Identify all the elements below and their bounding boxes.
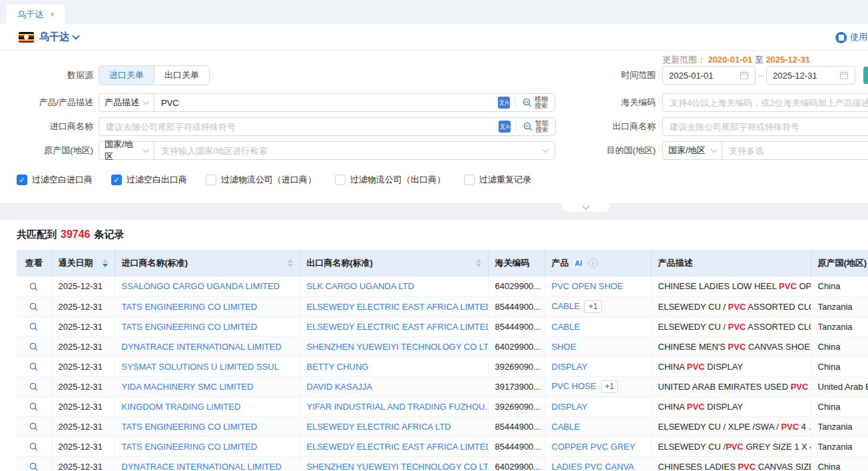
tab-uganda[interactable]: 乌干达 × xyxy=(7,5,65,24)
importer-link[interactable]: DYNATRACE INTERNATIONAL LIMITED xyxy=(122,462,282,471)
origin-type-select[interactable]: 国家/地区 xyxy=(99,141,154,160)
product-link[interactable]: COPPER PVC GREY xyxy=(552,442,636,452)
more-products-badge[interactable]: +1 xyxy=(584,300,602,313)
product-link[interactable]: CABLE xyxy=(552,422,580,432)
importer-link[interactable]: TATS ENGINEERING CO LIMITED xyxy=(122,302,258,312)
importer-link[interactable]: TATS ENGINEERING CO LIMITED xyxy=(122,422,258,432)
product-link[interactable]: DISPLAY xyxy=(552,362,588,372)
hs-code-input[interactable] xyxy=(670,98,868,108)
product-link[interactable]: DISPLAY xyxy=(552,402,588,412)
checkbox-unchecked-icon[interactable] xyxy=(335,175,345,185)
fuzzy-search-label[interactable]: 模糊搜索 xyxy=(535,96,548,109)
date-to-input[interactable]: 2025-12-31 xyxy=(766,66,855,85)
smart-search-icon[interactable] xyxy=(523,121,533,132)
data-source-tab[interactable]: 进口关单 xyxy=(99,66,154,85)
filter-checkbox[interactable]: ✓过滤空白进口商 xyxy=(17,174,93,186)
filter-checkbox[interactable]: ✓过滤空白出口商 xyxy=(111,174,187,186)
cell-hs-code: 64029900... xyxy=(488,276,544,296)
exporter-link[interactable]: ELSEWEDY ELECTRIC EAST AFRICA LIMTED xyxy=(307,442,489,452)
exporter-link[interactable]: SHENZHEN YUEWEIYI TECHNOLOGY CO LTD xyxy=(307,462,489,471)
fuzzy-search-icon[interactable] xyxy=(522,97,533,108)
product-input-wrap: 文A 模糊搜索 xyxy=(154,93,555,112)
sort-icon[interactable] xyxy=(103,259,108,267)
translate-icon[interactable]: 文A xyxy=(498,97,510,109)
destination-type-select[interactable]: 国家/地区 xyxy=(662,141,722,160)
exporter-input[interactable] xyxy=(670,122,868,132)
tab-close-icon[interactable]: × xyxy=(50,10,55,19)
data-source-label: 数据源 xyxy=(0,69,93,81)
view-record-button[interactable] xyxy=(29,362,39,372)
translate-icon[interactable]: 文A xyxy=(499,121,511,133)
view-record-button[interactable] xyxy=(29,442,39,452)
exporter-link[interactable]: ELSEWEDY ELECTRIC EAST AFRICA LIMTED xyxy=(307,322,489,332)
destination-country-input[interactable] xyxy=(729,146,868,156)
exporter-link[interactable]: ELSEWEDY ELECTRIC EAST AFRICA LIMTED xyxy=(307,302,489,312)
product-link[interactable]: LADIES PVC CANVA xyxy=(552,462,634,471)
checkbox-label: 过滤物流公司（出口商） xyxy=(350,174,445,186)
cell-origin-country: Tanzania xyxy=(811,316,868,336)
uganda-flag-icon xyxy=(19,32,34,43)
view-search-icon xyxy=(29,382,39,392)
view-record-button[interactable] xyxy=(29,422,39,432)
product-link[interactable]: CABLE xyxy=(552,301,580,311)
origin-country-input[interactable] xyxy=(161,146,539,156)
importer-link[interactable]: TATS ENGINEERING CO LIMITED xyxy=(122,322,258,332)
column-header[interactable]: 通关日期 xyxy=(51,250,114,276)
importer-link[interactable]: SSALONGO CARGO UGANDA LIMITED xyxy=(122,281,280,291)
view-record-button[interactable] xyxy=(29,322,39,332)
column-header[interactable]: 进口商名称(标准) xyxy=(114,250,300,276)
product-link[interactable]: PVC OPEN SHOE xyxy=(552,281,624,291)
data-source-tab[interactable]: 出口关单 xyxy=(154,66,209,85)
cell-date: 2025-12-31 xyxy=(51,436,114,456)
exporter-link[interactable]: BETTY CHUNG xyxy=(307,362,369,372)
column-header[interactable]: 出口商名称(标准) xyxy=(300,250,488,276)
exporter-link[interactable]: SLK CARGO UGANDA LTD xyxy=(307,281,415,291)
product-type-select[interactable]: 产品描述 xyxy=(99,93,154,112)
view-record-button[interactable] xyxy=(29,462,39,471)
importer-input[interactable] xyxy=(106,122,499,132)
sort-icon[interactable] xyxy=(476,259,481,267)
product-link[interactable]: CABLE xyxy=(552,322,580,332)
cell-description: ELSEWEDY CU / PVC ASSORTED CLO... xyxy=(651,316,811,336)
tab-title: 乌干达 xyxy=(17,9,43,21)
collapse-filters-button[interactable] xyxy=(561,203,610,213)
filter-checkbox[interactable]: 过滤重复记录 xyxy=(464,174,531,186)
view-record-button[interactable] xyxy=(29,382,39,392)
product-link[interactable]: PVC HOSE xyxy=(552,381,596,391)
hs-code-label: 海关编码 xyxy=(566,97,656,109)
product-input[interactable] xyxy=(161,98,498,108)
importer-link[interactable]: SYSMAT SOLUTIONS U LIMITED SSUL xyxy=(122,362,279,372)
exporter-link[interactable]: ELSEWEDY ELECTRIC AFRICA LTD xyxy=(307,422,451,432)
country-dropdown-chevron-icon[interactable] xyxy=(72,32,79,39)
date-from-input[interactable]: 2025-01-01 xyxy=(662,66,756,85)
checkbox-checked-icon[interactable]: ✓ xyxy=(111,175,122,185)
product-link[interactable]: SHOE xyxy=(552,342,576,352)
importer-link[interactable]: YIDA MACHINERY SMC LIMITED xyxy=(122,382,254,392)
checkbox-label: 过滤空白出口商 xyxy=(126,174,187,186)
right-edge-action-button[interactable] xyxy=(863,67,868,84)
cell-description: ELSEWEDY CU / PVC ASSORTED CLO... xyxy=(651,296,811,316)
info-icon[interactable]: i xyxy=(588,258,598,268)
exporter-link[interactable]: DAVID KASAJJA xyxy=(307,382,373,392)
importer-link[interactable]: DYNATRACE INTERNATIONAL LIMITED xyxy=(122,342,282,352)
exporter-link[interactable]: YIFAR INDUSTRIAL AND TRADING FUZHOU... xyxy=(307,402,489,412)
exporter-link[interactable]: SHENZHEN YUEWEIYI TECHNOLOGY CO LTD xyxy=(307,342,489,352)
cell-origin-country: United Arab Emirates xyxy=(811,376,868,396)
more-products-badge[interactable]: +1 xyxy=(601,380,618,393)
cell-hs-code: 39173900... xyxy=(488,376,544,396)
help-icon xyxy=(835,32,847,43)
sort-icon[interactable] xyxy=(288,259,293,267)
smart-search-label[interactable]: 智能搜索 xyxy=(535,120,548,133)
help-link[interactable]: 使用 xyxy=(835,24,868,51)
view-record-button[interactable] xyxy=(29,402,39,412)
checkbox-checked-icon[interactable]: ✓ xyxy=(17,175,27,185)
view-record-button[interactable] xyxy=(29,342,39,352)
view-record-button[interactable] xyxy=(29,282,39,292)
checkbox-unchecked-icon[interactable] xyxy=(464,175,475,185)
filter-checkbox[interactable]: 过滤物流公司（进口商） xyxy=(206,174,316,186)
importer-link[interactable]: KINGDOM TRADING LIMITED xyxy=(122,402,241,412)
filter-checkbox[interactable]: 过滤物流公司（出口商） xyxy=(335,174,445,186)
view-record-button[interactable] xyxy=(29,302,39,312)
importer-link[interactable]: TATS ENGINEERING CO LIMITED xyxy=(122,442,258,452)
checkbox-unchecked-icon[interactable] xyxy=(206,175,216,185)
